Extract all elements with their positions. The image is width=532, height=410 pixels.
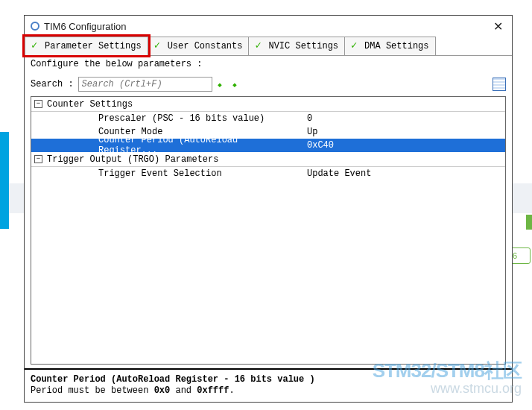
titlebar: TIM6 Configuration ✕ [25,16,512,37]
search-row: Search : ⬥ ⬥ [25,72,512,96]
param-value[interactable]: 0xC40 [300,140,505,151]
tab-label: NVIC Settings [268,41,338,51]
param-value[interactable]: Up [300,127,505,137]
collapse-icon[interactable]: − [34,155,42,163]
search-next-icon[interactable]: ⬥ [217,79,227,89]
footer-max: 0xffff [197,385,229,396]
search-input[interactable] [78,77,212,92]
footer-text: and [170,385,197,396]
tab-label: DMA Settings [364,41,428,51]
tab-bar: Parameter Settings User Constants NVIC S… [25,37,512,56]
param-label: Prescaler (PSC - 16 bits value) [31,113,300,124]
tab-label: User Constants [168,41,243,51]
search-prev-icon[interactable]: ⬥ [232,79,242,89]
param-label: Counter Period (AutoReload Register... [31,135,300,156]
tab-user-constants[interactable]: User Constants [148,37,250,55]
footer-text: . [229,385,234,396]
check-icon [351,41,361,51]
check-icon [31,41,42,51]
group-counter-settings[interactable]: − Counter Settings [31,97,505,112]
collapse-icon[interactable]: − [34,100,42,108]
footer-min: 0x0 [154,385,171,396]
tab-nvic-settings[interactable]: NVIC Settings [248,37,345,55]
grid-view-button[interactable] [493,78,506,91]
param-row-prescaler[interactable]: Prescaler (PSC - 16 bits value) 0 [31,112,505,125]
group-label: Counter Settings [47,99,133,110]
param-row-trigger-event[interactable]: Trigger Event Selection Update Event [31,167,505,180]
footer-title: Counter Period (AutoReload Register - 16… [31,374,315,385]
tab-dma-settings[interactable]: DMA Settings [344,37,435,55]
param-value[interactable]: 0 [300,113,505,124]
config-dialog: TIM6 Configuration ✕ Parameter Settings … [24,15,513,403]
parameters-panel: − Counter Settings Prescaler (PSC - 16 b… [31,96,506,365]
tab-label: Parameter Settings [45,41,142,51]
tab-parameter-settings[interactable]: Parameter Settings [25,37,148,55]
close-icon[interactable]: ✕ [490,19,506,34]
footer-text: Period must be between [31,385,154,396]
check-icon [154,41,165,51]
window-title: TIM6 Configuration [44,21,127,32]
search-label: Search : [31,79,74,89]
check-icon [255,41,265,51]
bg-right-accent [526,215,532,230]
param-label: Trigger Event Selection [31,168,300,179]
bg-left-stripe [0,132,9,229]
subheader-text: Configure the below parameters : [25,56,512,72]
group-label: Trigger Output (TRGO) Parameters [47,154,218,165]
description-footer: Counter Period (AutoReload Register - 16… [25,368,512,402]
param-value[interactable]: Update Event [300,168,505,179]
param-row-counter-period[interactable]: Counter Period (AutoReload Register... 0… [31,139,505,152]
gear-icon [31,22,39,31]
